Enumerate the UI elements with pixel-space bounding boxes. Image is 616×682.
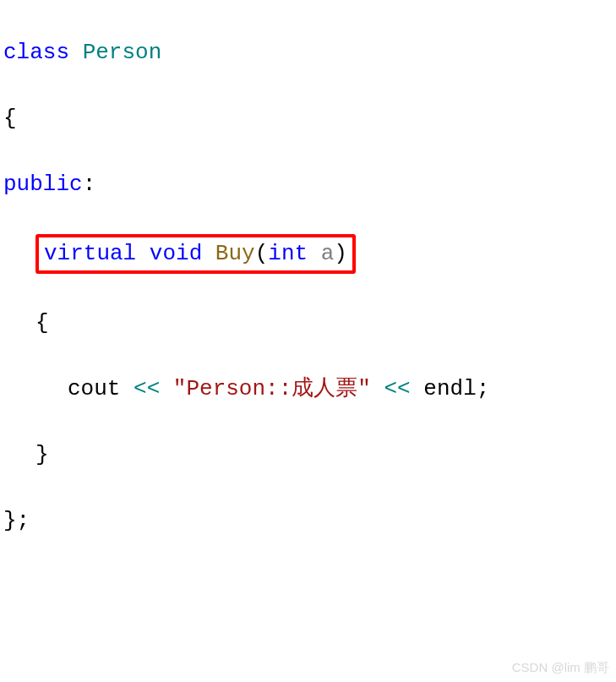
semicolon: ;	[477, 376, 490, 401]
code-line: class Person	[3, 36, 613, 69]
code-block: class Person { public: virtual void Buy(…	[0, 0, 616, 682]
keyword-class: class	[3, 40, 69, 65]
operator-lshift: <<	[384, 376, 411, 401]
code-line: virtual void Buy(int a)	[3, 234, 613, 274]
code-line: };	[3, 505, 613, 537]
paren-open: (	[255, 241, 269, 266]
highlight-box: virtual void Buy(int a)	[35, 234, 356, 274]
paren-close: )	[334, 241, 347, 266]
keyword-public: public	[3, 172, 83, 197]
identifier-endl: endl	[423, 376, 476, 401]
code-line: {	[3, 307, 613, 340]
string-literal: "Person::成人票"	[173, 376, 371, 401]
operator-lshift: <<	[134, 376, 160, 401]
param-name: a	[321, 241, 335, 266]
brace-open: {	[35, 310, 49, 336]
brace-open: {	[3, 106, 17, 131]
code-line: {	[3, 102, 613, 135]
brace-close: }	[35, 442, 49, 467]
function-name: Buy	[215, 241, 255, 266]
keyword-void: void	[150, 241, 202, 266]
code-line: public:	[3, 168, 613, 201]
code-line: }	[3, 439, 613, 472]
keyword-int: int	[268, 241, 308, 266]
code-line: cout << "Person::成人票" << endl;	[3, 373, 613, 406]
colon: :	[83, 172, 96, 197]
identifier-cout: cout	[68, 376, 120, 401]
blank-line	[3, 570, 613, 603]
watermark: CSDN @lim 鹏哥	[512, 658, 609, 678]
keyword-virtual: virtual	[44, 241, 136, 266]
brace-close-semi: };	[3, 508, 30, 533]
class-name-person: Person	[83, 40, 162, 65]
